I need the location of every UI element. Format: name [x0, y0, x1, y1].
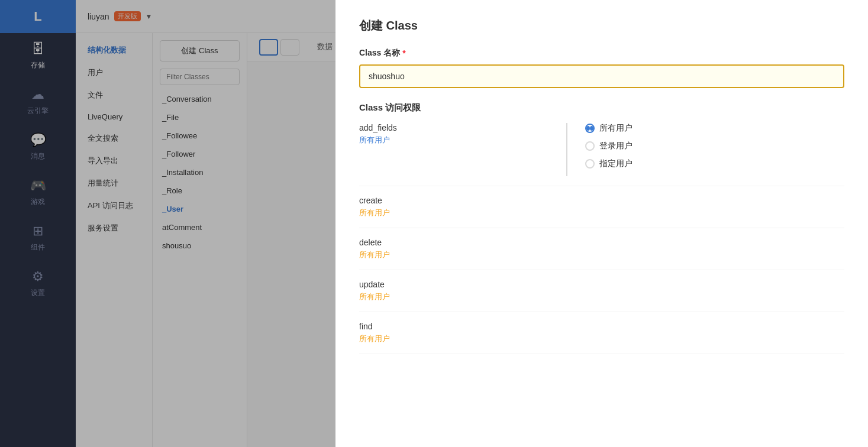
permission-row-find: find 所有用户	[359, 322, 844, 354]
radio-circle-logged	[585, 141, 595, 151]
modal-overlay: 创建 Class Class 名称 * Class 访问权限 add_field…	[0, 0, 868, 447]
radio-label-logged: 登录用户	[599, 141, 633, 151]
permission-left-add-fields: add_fields 所有用户	[359, 123, 566, 145]
radio-circle-all	[585, 124, 595, 133]
permission-left-create: create 所有用户	[359, 196, 566, 218]
radio-specified-users-add[interactable]: 指定用户	[585, 158, 844, 169]
modal-panel: 创建 Class Class 名称 * Class 访问权限 add_field…	[335, 0, 868, 447]
perm-name-delete: delete	[359, 238, 566, 247]
permission-left-find: find 所有用户	[359, 322, 566, 344]
permission-left-update: update 所有用户	[359, 280, 566, 302]
class-name-label: Class 名称 *	[359, 48, 844, 59]
permission-row-create: create 所有用户	[359, 196, 844, 228]
perm-name-add-fields: add_fields	[359, 123, 566, 132]
access-section-title: Class 访问权限	[359, 102, 844, 114]
perm-value-find: 所有用户	[359, 333, 566, 344]
perm-value-add-fields: 所有用户	[359, 135, 566, 145]
required-star: *	[402, 48, 405, 58]
perm-name-create: create	[359, 196, 566, 205]
perm-value-create: 所有用户	[359, 208, 566, 218]
permission-row-update: update 所有用户	[359, 280, 844, 312]
permission-row-delete: delete 所有用户	[359, 238, 844, 270]
radio-circle-specified	[585, 159, 595, 169]
permission-left-delete: delete 所有用户	[359, 238, 566, 260]
radio-logged-users-add[interactable]: 登录用户	[585, 141, 844, 151]
radio-label-specified: 指定用户	[599, 158, 633, 169]
permission-row-add-fields: add_fields 所有用户 所有用户 登录用户 指定用户	[359, 123, 844, 186]
perm-value-delete: 所有用户	[359, 250, 566, 260]
perm-name-find: find	[359, 322, 566, 331]
class-name-input[interactable]	[359, 64, 844, 88]
perm-value-update: 所有用户	[359, 291, 566, 302]
permission-right-add-fields: 所有用户 登录用户 指定用户	[566, 123, 844, 176]
radio-all-users-add[interactable]: 所有用户	[585, 123, 844, 134]
perm-name-update: update	[359, 280, 566, 289]
modal-title: 创建 Class	[359, 18, 844, 34]
radio-label-all: 所有用户	[599, 123, 633, 134]
